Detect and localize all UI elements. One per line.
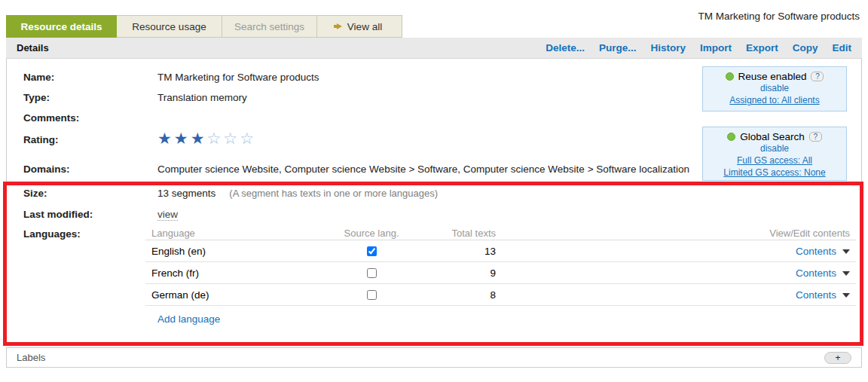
- assigned-to-link[interactable]: Assigned to: All clients: [703, 94, 846, 106]
- comments-label: Comments:: [23, 112, 79, 124]
- language-name: German (de): [145, 289, 326, 301]
- source-lang-checkbox[interactable]: [367, 268, 377, 278]
- language-name: French (fr): [145, 267, 326, 279]
- caret-down-icon[interactable]: [842, 271, 850, 276]
- size-value: 13 segments(A segment has texts in one o…: [157, 188, 438, 199]
- status-green-icon: [727, 133, 735, 141]
- domains-value: Computer science Website, Computer scien…: [157, 163, 689, 175]
- details-header-bar: Details Delete... Purge... History Impor…: [6, 38, 862, 59]
- star-icon[interactable]: ★: [191, 130, 207, 147]
- labels-section: Labels +: [6, 347, 862, 368]
- tab-resource-usage[interactable]: Resource usage: [116, 15, 222, 38]
- languages-label: Languages:: [23, 228, 81, 240]
- caret-down-icon[interactable]: [842, 249, 850, 254]
- languages-table: Language Source lang. Total texts View/E…: [145, 226, 856, 306]
- panel-title: Global Search: [740, 131, 805, 142]
- contents-link[interactable]: Contents: [796, 267, 836, 279]
- star-icon[interactable]: ☆: [240, 130, 256, 147]
- panel-title: Reuse enabled: [738, 71, 807, 82]
- edit-link[interactable]: Edit: [833, 42, 852, 53]
- tab-label: Resource details: [20, 21, 102, 32]
- tab-label: Resource usage: [132, 21, 206, 32]
- delete-link[interactable]: Delete...: [546, 42, 585, 53]
- add-language-link[interactable]: Add language: [157, 313, 220, 325]
- history-link[interactable]: History: [650, 42, 686, 53]
- star-icon[interactable]: ☆: [223, 130, 240, 147]
- column-header-total-texts: Total texts: [417, 228, 496, 239]
- arrow-right-icon: [337, 23, 342, 29]
- size-count: 13 segments: [157, 188, 215, 199]
- tab-resource-details[interactable]: Resource details: [6, 15, 117, 38]
- view-link[interactable]: view: [157, 209, 178, 221]
- status-green-icon: [726, 72, 734, 81]
- star-icon[interactable]: ☆: [206, 130, 223, 147]
- resource-details-page: TM Marketing for Software products Resou…: [0, 0, 868, 382]
- rating-stars: ★★★☆☆☆: [157, 130, 256, 146]
- action-links: Delete... Purge... History Import Export…: [546, 42, 851, 53]
- labels-title: Labels: [17, 352, 45, 363]
- disable-link[interactable]: disable: [703, 142, 846, 154]
- full-gs-access-link[interactable]: Full GS access: All: [703, 154, 846, 167]
- domains-label: Domains:: [23, 163, 70, 175]
- panel-title-row: Global Search?: [703, 131, 846, 142]
- help-icon[interactable]: ?: [811, 72, 824, 81]
- page-title: TM Marketing for Software products: [686, 10, 860, 23]
- global-search-panel: Global Search? disable Full GS access: A…: [702, 127, 847, 181]
- table-row: French (fr) 9 Contents: [145, 262, 856, 284]
- table-header-row: Language Source lang. Total texts View/E…: [145, 226, 856, 240]
- star-icon[interactable]: ★: [174, 130, 191, 147]
- export-link[interactable]: Export: [746, 42, 778, 53]
- total-texts-value: 8: [417, 289, 496, 301]
- last-modified-label: Last modified:: [23, 209, 93, 220]
- table-row: German (de) 8 Contents: [145, 284, 856, 306]
- type-label: Type:: [23, 92, 50, 103]
- total-texts-value: 9: [417, 267, 496, 279]
- tab-label: View all: [347, 21, 382, 32]
- section-title: Details: [17, 42, 49, 53]
- contents-link[interactable]: Contents: [796, 289, 836, 301]
- size-note: (A segment has texts in one or more lang…: [229, 188, 438, 199]
- type-value: Translation memory: [157, 92, 247, 103]
- name-label: Name:: [23, 72, 54, 83]
- contents-link[interactable]: Contents: [796, 246, 836, 257]
- column-header-source-lang: Source lang.: [326, 228, 417, 239]
- tab-label: Search settings: [234, 21, 304, 32]
- panel-title-row: Reuse enabled?: [703, 71, 846, 82]
- column-header-language: Language: [145, 228, 326, 239]
- rating-label: Rating:: [23, 134, 59, 145]
- caret-down-icon[interactable]: [842, 293, 850, 298]
- copy-link[interactable]: Copy: [793, 42, 818, 53]
- reuse-enabled-panel: Reuse enabled? disable Assigned to: All …: [702, 66, 847, 112]
- source-lang-checkbox[interactable]: [367, 246, 377, 256]
- tab-search-settings[interactable]: Search settings: [222, 15, 317, 38]
- source-lang-checkbox[interactable]: [367, 290, 377, 300]
- name-value: TM Marketing for Software products: [157, 72, 319, 83]
- last-modified-value: view: [157, 209, 178, 220]
- add-label-button[interactable]: +: [824, 352, 851, 364]
- total-texts-value: 13: [417, 246, 496, 257]
- table-row: English (en) 13 Contents: [145, 240, 856, 262]
- tab-view-all[interactable]: View all: [316, 15, 402, 38]
- star-icon[interactable]: ★: [157, 130, 174, 147]
- import-link[interactable]: Import: [700, 42, 732, 53]
- disable-link[interactable]: disable: [703, 82, 846, 94]
- help-icon[interactable]: ?: [809, 132, 822, 142]
- tab-bar: Resource details Resource usage Search s…: [6, 15, 402, 38]
- column-header-view-edit-contents: View/Edit contents: [496, 228, 856, 239]
- limited-gs-access-link[interactable]: Limited GS access: None: [703, 167, 846, 179]
- size-label: Size:: [23, 188, 47, 199]
- purge-link[interactable]: Purge...: [599, 42, 637, 53]
- language-name: English (en): [145, 246, 326, 257]
